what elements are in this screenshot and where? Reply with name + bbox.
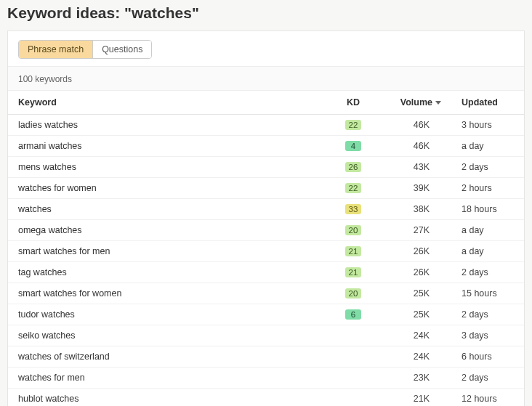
kd-cell [328, 325, 379, 346]
table-row: omega watches2027Ka day [8, 220, 524, 241]
updated-cell: 15 hours [451, 283, 524, 304]
kd-badge: 6 [345, 309, 361, 320]
kd-badge: 26 [345, 162, 362, 172]
kd-cell: 6 [328, 304, 379, 325]
keyword-link[interactable]: smart watches for men [18, 246, 110, 256]
kd-cell: 22 [328, 115, 379, 136]
kd-badge: 21 [345, 267, 362, 277]
col-header-updated[interactable]: Updated [451, 91, 524, 115]
keyword-link[interactable]: watches of switzerland [18, 352, 110, 362]
col-header-volume[interactable]: Volume [379, 91, 451, 115]
kd-cell [328, 368, 379, 389]
kd-badge: 22 [345, 183, 362, 193]
table-row: tag watches2126K2 days [8, 262, 524, 283]
kd-cell: 21 [328, 241, 379, 262]
volume-cell: 26K [379, 262, 451, 283]
volume-cell: 25K [379, 304, 451, 325]
keyword-link[interactable]: omega watches [18, 225, 82, 235]
volume-cell: 21K [379, 389, 451, 407]
kd-cell: 26 [328, 157, 379, 178]
col-header-kd[interactable]: KD [328, 91, 379, 115]
kd-cell: 21 [328, 262, 379, 283]
results-count: 100 keywords [8, 67, 524, 91]
volume-cell: 27K [379, 220, 451, 241]
updated-cell: a day [451, 241, 524, 262]
keyword-link[interactable]: mens watches [18, 162, 76, 172]
kd-badge: 33 [345, 204, 362, 214]
keyword-link[interactable]: watches for women [18, 183, 97, 193]
page-title: Keyword ideas: "watches" [0, 0, 532, 31]
tab-phrase-match[interactable]: Phrase match [19, 41, 92, 58]
volume-cell: 23K [379, 368, 451, 389]
table-row: smart watches for women2025K15 hours [8, 283, 524, 304]
updated-cell: 2 hours [451, 178, 524, 199]
tabs-group: Phrase match Questions [18, 40, 152, 59]
kd-cell: 4 [328, 136, 379, 157]
kd-cell: 22 [328, 178, 379, 199]
volume-cell: 24K [379, 346, 451, 368]
volume-cell: 25K [379, 283, 451, 304]
col-header-volume-label: Volume [400, 97, 432, 107]
volume-cell: 39K [379, 178, 451, 199]
tab-questions[interactable]: Questions [92, 41, 151, 58]
updated-cell: a day [451, 136, 524, 157]
title-prefix: Keyword ideas: [7, 4, 124, 21]
kd-badge: 20 [345, 288, 362, 299]
updated-cell: 18 hours [451, 199, 524, 220]
keyword-link[interactable]: smart watches for women [18, 288, 121, 299]
keyword-link[interactable]: tudor watches [18, 309, 75, 320]
updated-cell: a day [451, 220, 524, 241]
results-panel: Phrase match Questions 100 keywords Keyw… [7, 31, 525, 406]
updated-cell: 2 days [451, 304, 524, 325]
kd-badge: 20 [345, 225, 362, 235]
kd-cell: 20 [328, 220, 379, 241]
table-row: mens watches2643K2 days [8, 157, 524, 178]
table-row: tudor watches625K2 days [8, 304, 524, 325]
table-row: smart watches for men2126Ka day [8, 241, 524, 262]
title-term: "watches" [124, 4, 199, 21]
kd-cell: 20 [328, 283, 379, 304]
volume-cell: 43K [379, 157, 451, 178]
kd-cell [328, 346, 379, 368]
table-row: ladies watches2246K3 hours [8, 115, 524, 136]
col-header-keyword[interactable]: Keyword [8, 91, 328, 115]
keyword-link[interactable]: tag watches [18, 267, 67, 277]
kd-badge: 21 [345, 246, 362, 256]
updated-cell: 2 days [451, 368, 524, 389]
keyword-link[interactable]: watches [18, 204, 52, 214]
table-row: seiko watches24K3 days [8, 325, 524, 346]
volume-cell: 46K [379, 136, 451, 157]
volume-cell: 26K [379, 241, 451, 262]
sort-desc-icon [435, 101, 441, 105]
kd-badge: 22 [345, 120, 362, 130]
volume-cell: 46K [379, 115, 451, 136]
updated-cell: 2 days [451, 157, 524, 178]
keyword-link[interactable]: watches for men [18, 373, 85, 383]
keyword-link[interactable]: ladies watches [18, 120, 78, 130]
updated-cell: 12 hours [451, 389, 524, 407]
keyword-link[interactable]: armani watches [18, 141, 82, 151]
updated-cell: 3 days [451, 325, 524, 346]
volume-cell: 24K [379, 325, 451, 346]
kd-cell: 33 [328, 199, 379, 220]
updated-cell: 6 hours [451, 346, 524, 368]
table-row: watches for women2239K2 hours [8, 178, 524, 199]
tabs-row: Phrase match Questions [8, 31, 524, 67]
updated-cell: 2 days [451, 262, 524, 283]
keyword-link[interactable]: seiko watches [18, 330, 76, 341]
kd-badge: 4 [345, 141, 361, 151]
table-row: watches3338K18 hours [8, 199, 524, 220]
table-row: hublot watches21K12 hours [8, 389, 524, 407]
keywords-table: Keyword KD Volume Updated ladies watches… [8, 91, 524, 406]
keyword-link[interactable]: hublot watches [18, 394, 78, 404]
kd-cell [328, 389, 379, 407]
updated-cell: 3 hours [451, 115, 524, 136]
table-row: armani watches446Ka day [8, 136, 524, 157]
table-row: watches of switzerland24K6 hours [8, 346, 524, 368]
table-row: watches for men23K2 days [8, 368, 524, 389]
volume-cell: 38K [379, 199, 451, 220]
